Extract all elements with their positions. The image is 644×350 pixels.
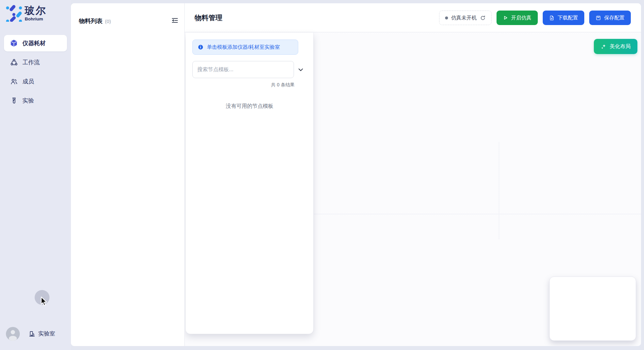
hint-banner: 单击模板添加仪器/耗材至实验室 [192,40,298,55]
sidebar-footer: 实验室 [0,327,71,341]
building-icon [28,330,36,337]
lab-switcher[interactable]: 实验室 [28,330,55,337]
search-template-input[interactable] [192,61,294,78]
download-config-button[interactable]: 下载配置 [543,11,584,25]
members-icon [10,77,18,85]
simulation-status-label: 仿真未开机 [451,15,477,21]
sidebar-item-workflow[interactable]: 工作流 [4,54,67,71]
collapse-panel-icon[interactable] [171,16,179,24]
save-icon [596,15,601,21]
info-icon [198,44,204,50]
brand-logo[interactable]: 玻尔 Bohrium [5,5,47,22]
app-window: 物料列表(0) 物料管理 仿真未开机 [71,3,641,346]
user-avatar[interactable] [6,327,20,341]
workflow-icon [10,58,18,66]
sidebar-item-experiment[interactable]: 实验 [4,92,67,109]
header-actions: 仿真未开机 开启仿真 [439,11,631,25]
brand-name-en: Bohrium [25,16,47,21]
canvas-guide-horizontal [313,214,641,214]
sidebar-item-label: 仪器耗材 [22,39,46,47]
brand-name-zh: 玻尔 [25,5,47,16]
canvas-guide-vertical [499,142,499,239]
play-icon [503,15,508,20]
results-count: 共 0 条结果 [271,82,295,88]
sidebar-item-members[interactable]: 成员 [4,73,67,90]
hint-text: 单击模板添加仪器/耗材至实验室 [207,44,280,51]
search-row [192,61,307,78]
materials-panel-header: 物料列表(0) [71,3,184,32]
sidebar-item-instruments[interactable]: 仪器耗材 [4,35,67,51]
sparkles-icon [600,44,607,50]
refresh-icon[interactable] [480,15,486,21]
empty-templates-text: 没有可用的节点模板 [186,103,313,110]
chevron-down-icon[interactable] [297,66,304,73]
minimap[interactable] [549,277,636,341]
lab-label: 实验室 [38,330,55,337]
materials-count: (0) [105,18,111,24]
start-simulation-button[interactable]: 开启仿真 [497,11,538,25]
mouse-cursor [41,297,49,307]
bohrium-logo-icon [5,5,22,22]
page-title: 物料管理 [195,13,222,22]
cube-icon [10,39,18,47]
status-dot-icon [445,16,448,19]
beautify-layout-button[interactable]: 美化布局 [594,39,637,54]
save-config-button[interactable]: 保存配置 [589,11,631,25]
sidebar-menu: 仪器耗材 工作流 成员 [4,35,67,111]
simulation-status-pill: 仿真未开机 [439,11,492,25]
experiment-icon [10,97,18,104]
materials-panel: 物料列表(0) [71,3,185,346]
flow-canvas[interactable]: 单击模板添加仪器/耗材至实验室 共 0 条结果 没有可用的节点模板 [185,32,641,346]
sidebar-item-label: 工作流 [22,58,40,66]
materials-title: 物料列表 [79,18,103,24]
main-pane: 物料管理 仿真未开机 [185,3,641,346]
main-header: 物料管理 仿真未开机 [185,3,641,32]
sidebar-item-label: 成员 [22,77,34,85]
sidebar-item-label: 实验 [22,97,34,104]
file-download-icon [549,15,555,21]
node-template-panel: 单击模板添加仪器/耗材至实验室 共 0 条结果 没有可用的节点模板 [186,33,313,334]
